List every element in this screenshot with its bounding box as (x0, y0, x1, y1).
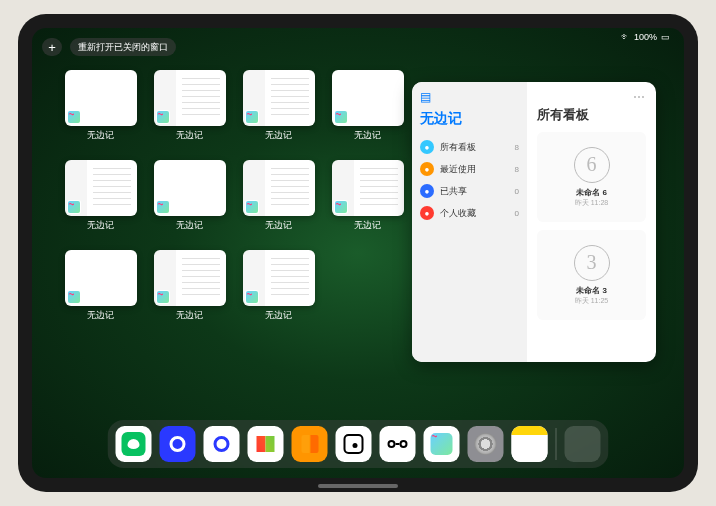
app-card[interactable]: 无边记 (153, 160, 226, 232)
app-switcher: 无边记 无边记 无边记 无边记 无边记 无边记 无边记 无边记 无边记 无边记 (64, 70, 404, 322)
status-bar: ᯤ 100% ▭ (621, 32, 670, 42)
reopen-closed-window-button[interactable]: 重新打开已关闭的窗口 (70, 38, 176, 56)
app-badge-icon (334, 110, 348, 124)
sidebar-item-icon: ● (420, 206, 434, 220)
sidebar-item-icon: ● (420, 140, 434, 154)
sidebar-item-label: 个人收藏 (440, 207, 476, 220)
app-label: 无边记 (176, 129, 203, 142)
app-thumbnail (332, 160, 404, 216)
app-card[interactable]: 无边记 (64, 160, 137, 232)
dock-separator (556, 428, 557, 460)
app-card[interactable]: 无边记 (153, 70, 226, 142)
app-label: 无边记 (176, 309, 203, 322)
app-card[interactable]: 无边记 (153, 250, 226, 322)
settings-app-icon[interactable] (468, 426, 504, 462)
app-card[interactable]: 无边记 (331, 160, 404, 232)
board-sketch-icon: 6 (574, 147, 610, 183)
freeform-app-icon[interactable] (424, 426, 460, 462)
quark-white-app-icon[interactable] (204, 426, 240, 462)
ipad-frame: ᯤ 100% ▭ + 重新打开已关闭的窗口 无边记 无边记 无边记 无边记 无边… (18, 14, 698, 492)
app-card[interactable]: 无边记 (242, 160, 315, 232)
app-library-icon[interactable] (565, 426, 601, 462)
app-label: 无边记 (265, 129, 292, 142)
sidebar-item-icon: ● (420, 162, 434, 176)
add-button[interactable]: + (42, 38, 62, 56)
panel-sidebar-title: 无边记 (420, 110, 519, 128)
app-label: 无边记 (354, 129, 381, 142)
app-label: 无边记 (265, 219, 292, 232)
sidebar-item-count: 8 (515, 143, 519, 152)
app-thumbnail (154, 250, 226, 306)
sidebar-item-label: 最近使用 (440, 163, 476, 176)
sidebar-item-count: 0 (515, 187, 519, 196)
board-card[interactable]: 6 未命名 6 昨天 11:28 (537, 132, 646, 222)
app-badge-icon (67, 110, 81, 124)
more-icon[interactable]: ⋯ (633, 90, 646, 104)
sidebar-item[interactable]: ● 个人收藏 0 (420, 202, 519, 224)
dock (108, 420, 609, 468)
app-badge-icon (245, 110, 259, 124)
board-sketch-icon: 3 (574, 245, 610, 281)
panel-sidebar: ▤ 无边记 ● 所有看板 8● 最近使用 8● 已共享 0● 个人收藏 0 (412, 82, 527, 362)
battery-label: 100% (634, 32, 657, 42)
board-date: 昨天 11:25 (575, 296, 608, 306)
bowtie-app-icon[interactable] (380, 426, 416, 462)
app-thumbnail (332, 70, 404, 126)
books-app-icon[interactable] (292, 426, 328, 462)
app-label: 无边记 (176, 219, 203, 232)
app-thumbnail (243, 160, 315, 216)
dice-app-icon[interactable] (336, 426, 372, 462)
board-date: 昨天 11:28 (575, 198, 608, 208)
screen: ᯤ 100% ▭ + 重新打开已关闭的窗口 无边记 无边记 无边记 无边记 无边… (32, 28, 684, 478)
wechat-app-icon[interactable] (116, 426, 152, 462)
app-badge-icon (67, 290, 81, 304)
sidebar-item-count: 0 (515, 209, 519, 218)
sidebar-item-count: 8 (515, 165, 519, 174)
sidebar-item[interactable]: ● 已共享 0 (420, 180, 519, 202)
sidebar-item-icon: ● (420, 184, 434, 198)
app-label: 无边记 (354, 219, 381, 232)
sidebar-item-label: 所有看板 (440, 141, 476, 154)
board-name: 未命名 3 (576, 285, 607, 296)
app-thumbnail (65, 250, 137, 306)
quark-blue-app-icon[interactable] (160, 426, 196, 462)
app-badge-icon (334, 200, 348, 214)
panel-content: ⋯ 所有看板 6 未命名 6 昨天 11:283 未命名 3 昨天 11:25 (527, 82, 656, 362)
app-label: 无边记 (87, 219, 114, 232)
app-card[interactable]: 无边记 (242, 250, 315, 322)
app-badge-icon (245, 290, 259, 304)
app-label: 无边记 (87, 129, 114, 142)
sidebar-item[interactable]: ● 最近使用 8 (420, 158, 519, 180)
sidebar-item[interactable]: ● 所有看板 8 (420, 136, 519, 158)
app-thumbnail (154, 160, 226, 216)
app-badge-icon (156, 200, 170, 214)
sidebar-item-label: 已共享 (440, 185, 467, 198)
board-card[interactable]: 3 未命名 3 昨天 11:25 (537, 230, 646, 320)
app-thumbnail (243, 70, 315, 126)
battery-icon: ▭ (661, 32, 670, 42)
panel-right-title: 所有看板 (537, 106, 646, 124)
app-badge-icon (156, 290, 170, 304)
app-thumbnail (65, 160, 137, 216)
app-thumbnail (243, 250, 315, 306)
board-name: 未命名 6 (576, 187, 607, 198)
wifi-icon: ᯤ (621, 32, 630, 42)
sidebar-toggle-icon[interactable]: ▤ (420, 90, 519, 104)
freeform-panel: ▤ 无边记 ● 所有看板 8● 最近使用 8● 已共享 0● 个人收藏 0 ⋯ … (412, 82, 656, 362)
app-thumbnail (154, 70, 226, 126)
app-card[interactable]: 无边记 (64, 70, 137, 142)
app-badge-icon (245, 200, 259, 214)
app-card[interactable]: 无边记 (331, 70, 404, 142)
app-badge-icon (156, 110, 170, 124)
home-indicator[interactable] (318, 484, 398, 488)
app-card[interactable]: 无边记 (64, 250, 137, 322)
app-thumbnail (65, 70, 137, 126)
app-card[interactable]: 无边记 (242, 70, 315, 142)
app-label: 无边记 (265, 309, 292, 322)
notes-app-icon[interactable] (512, 426, 548, 462)
app-label: 无边记 (87, 309, 114, 322)
app-badge-icon (67, 200, 81, 214)
play-app-icon[interactable] (248, 426, 284, 462)
